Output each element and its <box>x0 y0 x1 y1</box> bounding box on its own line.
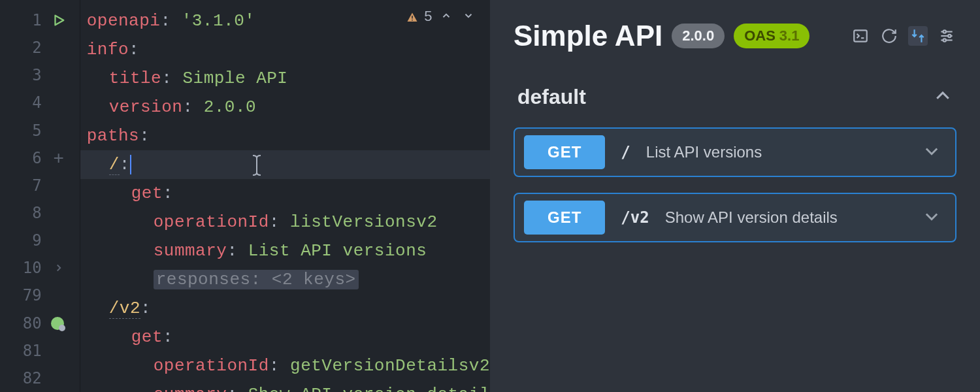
chevron-down-icon <box>923 207 941 228</box>
method-badge: GET <box>524 201 605 235</box>
gutter-row: 3 <box>0 61 80 89</box>
gutter-row: 5 <box>0 117 80 144</box>
gutter-row: 7 <box>0 172 80 199</box>
gutter-row: 82 <box>0 365 80 392</box>
svg-rect-1 <box>412 16 413 19</box>
line-number: 3 <box>16 66 42 84</box>
code-line[interactable]: get: <box>80 323 490 351</box>
line-number: 80 <box>16 314 42 333</box>
line-number: 1 <box>16 11 42 29</box>
preview-header: Simple API 2.0.0 OAS3.1 <box>514 20 956 52</box>
line-number: 10 <box>16 259 42 277</box>
code-line[interactable]: /: <box>80 150 490 179</box>
operation-item[interactable]: GET/List API versions <box>514 127 956 177</box>
operation-path: /v2 <box>621 208 649 227</box>
next-warning-button[interactable] <box>460 10 477 25</box>
code-line[interactable]: /v2: <box>80 294 490 323</box>
oas-version: 3.1 <box>779 27 800 44</box>
section-header[interactable]: default <box>514 85 956 109</box>
prev-warning-button[interactable] <box>438 10 455 25</box>
header-actions <box>851 26 956 46</box>
gutter-row: 1 <box>0 7 80 34</box>
api-title: Simple API <box>514 20 662 52</box>
run-icon[interactable] <box>50 11 68 29</box>
gutter-row: 79 <box>0 282 80 309</box>
warning-icon <box>406 12 419 24</box>
add-icon[interactable]: + <box>50 149 68 167</box>
line-number: 5 <box>16 122 42 140</box>
gutter-row: 8 <box>0 199 80 227</box>
line-number: 79 <box>16 286 42 304</box>
svg-rect-2 <box>412 20 413 21</box>
oas-label: OAS <box>744 27 776 44</box>
gutter-row: 2 <box>0 34 80 61</box>
preview-pane: Simple API 2.0.0 OAS3.1 default GET/List… <box>490 0 980 392</box>
gutter-row: 10 <box>0 254 80 282</box>
svg-marker-0 <box>55 16 63 25</box>
oas-badge: OAS3.1 <box>734 24 809 48</box>
gutter-row: 4 <box>0 89 80 116</box>
editor-pane: 123456+7891079808182 5 openapi: '3.1.0'i… <box>0 0 490 392</box>
operation-summary: List API versions <box>646 143 762 161</box>
refresh-icon[interactable] <box>879 26 899 46</box>
sync-icon[interactable] <box>908 26 928 46</box>
svg-point-6 <box>943 30 946 33</box>
line-number: 8 <box>16 204 42 222</box>
method-badge: GET <box>524 135 605 169</box>
warnings-indicator[interactable]: 5 <box>406 9 477 25</box>
operations-list: GET/List API versionsGET/v2Show API vers… <box>514 127 956 242</box>
svg-point-10 <box>943 39 946 41</box>
warning-count: 5 <box>424 9 433 25</box>
editor-body[interactable]: 5 openapi: '3.1.0'info:title: Simple API… <box>80 0 490 392</box>
code-line[interactable]: version: 2.0.0 <box>80 93 490 122</box>
svg-point-8 <box>948 35 951 37</box>
gutter-row: 80 <box>0 310 80 337</box>
code-line[interactable]: info: <box>80 35 490 64</box>
text-cursor <box>130 155 131 174</box>
version-badge: 2.0.0 <box>672 24 725 48</box>
line-number: 9 <box>16 231 42 250</box>
line-number: 4 <box>16 93 42 112</box>
gutter-row: 9 <box>0 227 80 254</box>
section-title: default <box>517 85 586 109</box>
code-line[interactable]: operationId: getVersionDetailsv2 <box>80 351 490 380</box>
code-line[interactable]: summary: List API versions <box>80 237 490 265</box>
settings-icon[interactable] <box>937 26 956 46</box>
chevron-up-icon <box>933 86 953 108</box>
terminal-icon[interactable] <box>851 26 870 46</box>
operation-summary: Show API version details <box>665 208 838 227</box>
line-number: 82 <box>16 369 42 387</box>
chevron-down-icon <box>923 142 941 163</box>
editor-gutter: 123456+7891079808182 <box>0 0 80 392</box>
gutter-row: 6+ <box>0 144 80 172</box>
code-line[interactable]: summary: Show API version detail <box>80 380 490 392</box>
code-line[interactable]: responses: <2 keys> <box>80 265 490 294</box>
line-number: 2 <box>16 39 42 57</box>
code-line[interactable]: paths: <box>80 122 490 150</box>
code-line[interactable]: operationId: listVersionsv2 <box>80 208 490 237</box>
operation-path: / <box>621 143 630 161</box>
code-line[interactable]: title: Simple API <box>80 64 490 93</box>
gutter-marker-icon[interactable] <box>51 317 64 330</box>
operation-item[interactable]: GET/v2Show API version details <box>514 193 956 242</box>
chevron-right-icon[interactable] <box>50 259 68 277</box>
gutter-row: 81 <box>0 337 80 365</box>
line-number: 6 <box>16 149 42 167</box>
code-line[interactable]: get: <box>80 179 490 208</box>
line-number: 7 <box>16 176 42 195</box>
svg-rect-3 <box>854 30 867 41</box>
line-number: 81 <box>16 342 42 360</box>
